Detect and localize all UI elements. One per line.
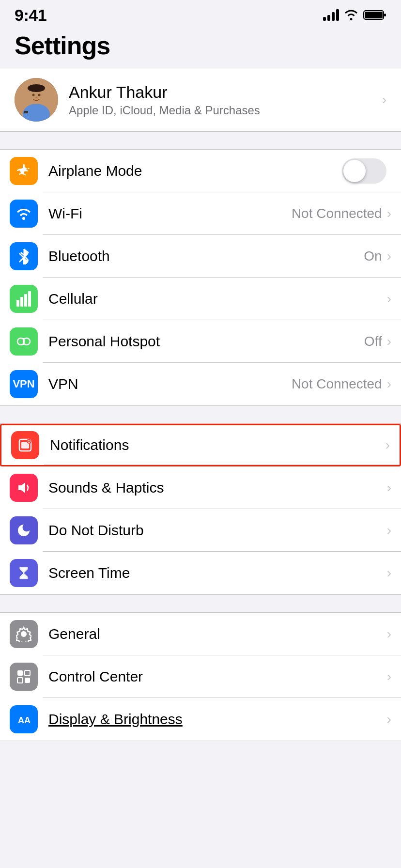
page-title-area: Settings bbox=[0, 26, 401, 68]
hotspot-svg bbox=[15, 333, 32, 350]
sounds-haptics-row[interactable]: Sounds & Haptics › bbox=[0, 466, 401, 509]
bluetooth-label: Bluetooth bbox=[48, 248, 364, 264]
display-brightness-label: Display & Brightness bbox=[48, 711, 387, 728]
dnd-row-icon bbox=[10, 516, 38, 544]
dnd-chevron-icon: › bbox=[387, 523, 391, 538]
control-center-chevron-icon: › bbox=[387, 669, 391, 684]
dnd-label: Do Not Disturb bbox=[48, 522, 387, 539]
profile-info: Ankur Thakur Apple ID, iCloud, Media & P… bbox=[69, 83, 382, 117]
general-label: General bbox=[48, 626, 387, 642]
separator-1 bbox=[0, 132, 401, 149]
status-time: 9:41 bbox=[15, 6, 46, 25]
moon-svg bbox=[16, 523, 31, 538]
notifications-label: Notifications bbox=[50, 437, 386, 453]
cellular-label: Cellular bbox=[48, 291, 387, 307]
sounds-haptics-label: Sounds & Haptics bbox=[48, 480, 387, 496]
control-center-row[interactable]: Control Center › bbox=[0, 655, 401, 698]
cellular-svg bbox=[16, 291, 31, 307]
bluetooth-row[interactable]: Bluetooth On › bbox=[0, 235, 401, 278]
screen-time-row-icon bbox=[10, 559, 38, 587]
display-brightness-row[interactable]: AA Display & Brightness › bbox=[0, 698, 401, 741]
toggle-knob bbox=[343, 160, 366, 182]
sliders-svg bbox=[16, 669, 31, 684]
vpn-row-icon: VPN bbox=[10, 370, 38, 398]
display-underline-text: Display & Brightness bbox=[48, 711, 183, 727]
svg-rect-16 bbox=[16, 300, 19, 307]
svg-rect-1 bbox=[365, 12, 383, 18]
notifications-svg bbox=[17, 437, 33, 453]
sounds-chevron-icon: › bbox=[387, 480, 391, 496]
airplane-mode-row[interactable]: Airplane Mode bbox=[0, 150, 401, 192]
cellular-chevron-icon: › bbox=[387, 291, 391, 307]
wifi-svg bbox=[16, 207, 31, 220]
separator-3 bbox=[0, 595, 401, 612]
separator-2 bbox=[0, 406, 401, 423]
bluetooth-chevron-icon: › bbox=[387, 248, 391, 264]
cellular-row-icon bbox=[10, 285, 38, 313]
wifi-chevron-icon: › bbox=[387, 206, 391, 221]
svg-point-10 bbox=[26, 94, 29, 98]
profile-section: Ankur Thakur Apple ID, iCloud, Media & P… bbox=[0, 68, 401, 132]
vpn-value: Not Connected bbox=[292, 376, 382, 392]
svg-rect-18 bbox=[24, 294, 27, 307]
sounds-row-icon bbox=[10, 474, 38, 502]
airplane-mode-toggle[interactable] bbox=[342, 158, 386, 184]
wifi-value: Not Connected bbox=[292, 206, 382, 221]
profile-row[interactable]: Ankur Thakur Apple ID, iCloud, Media & P… bbox=[0, 68, 401, 131]
svg-point-6 bbox=[28, 84, 45, 92]
svg-point-11 bbox=[44, 94, 46, 98]
vpn-chevron-icon: › bbox=[387, 376, 391, 392]
svg-text:AA: AA bbox=[18, 715, 31, 725]
personal-hotspot-label: Personal Hotspot bbox=[48, 333, 364, 350]
display-row-icon: AA bbox=[10, 705, 38, 733]
profile-name: Ankur Thakur bbox=[69, 83, 382, 102]
display-svg: AA bbox=[17, 713, 31, 726]
svg-rect-12 bbox=[24, 111, 28, 113]
profile-chevron-icon: › bbox=[382, 92, 386, 108]
screen-time-chevron-icon: › bbox=[387, 565, 391, 581]
do-not-disturb-row[interactable]: Do Not Disturb › bbox=[0, 509, 401, 552]
wifi-label: Wi-Fi bbox=[48, 205, 292, 222]
notifications-section: Notifications › Sounds & Haptics › bbox=[0, 423, 401, 595]
svg-point-8 bbox=[38, 94, 41, 96]
svg-rect-17 bbox=[20, 297, 23, 307]
notifications-row[interactable]: Notifications › bbox=[0, 424, 401, 466]
bluetooth-row-icon bbox=[10, 242, 38, 270]
general-section: General › Control Center › AA bbox=[0, 612, 401, 741]
display-chevron-icon: › bbox=[387, 712, 391, 727]
notifications-chevron-icon: › bbox=[386, 437, 390, 453]
hotspot-row-icon bbox=[10, 327, 38, 356]
cellular-row[interactable]: Cellular › bbox=[0, 278, 401, 320]
screen-time-row[interactable]: Screen Time › bbox=[0, 552, 401, 594]
wifi-status-icon bbox=[344, 9, 358, 21]
svg-point-27 bbox=[28, 440, 30, 442]
general-row[interactable]: General › bbox=[0, 613, 401, 655]
connectivity-section: Airplane Mode Wi-Fi Not Connected › bbox=[0, 149, 401, 406]
wifi-row-icon bbox=[10, 200, 38, 228]
bluetooth-value: On bbox=[364, 248, 382, 264]
avatar bbox=[15, 78, 58, 122]
general-row-icon bbox=[10, 620, 38, 648]
svg-point-13 bbox=[22, 217, 25, 220]
screen-time-label: Screen Time bbox=[48, 565, 387, 581]
battery-status-icon bbox=[363, 9, 386, 21]
svg-rect-2 bbox=[384, 14, 386, 16]
status-icons bbox=[323, 9, 386, 21]
svg-rect-29 bbox=[25, 670, 30, 676]
sound-svg bbox=[16, 480, 31, 496]
wifi-row[interactable]: Wi-Fi Not Connected › bbox=[0, 192, 401, 235]
status-bar: 9:41 bbox=[0, 0, 401, 26]
personal-hotspot-row[interactable]: Personal Hotspot Off › bbox=[0, 320, 401, 363]
vpn-row[interactable]: VPN VPN Not Connected › bbox=[0, 363, 401, 405]
hotspot-chevron-icon: › bbox=[387, 334, 391, 349]
svg-point-9 bbox=[35, 97, 37, 98]
avatar-image bbox=[15, 78, 58, 122]
bluetooth-svg bbox=[18, 248, 29, 264]
vpn-text-label: VPN bbox=[13, 378, 34, 390]
airplane-svg bbox=[16, 163, 31, 179]
svg-rect-19 bbox=[28, 291, 31, 307]
gear-svg bbox=[16, 626, 31, 642]
svg-point-7 bbox=[32, 94, 35, 96]
screentime-svg bbox=[16, 565, 31, 581]
control-center-label: Control Center bbox=[48, 668, 387, 685]
